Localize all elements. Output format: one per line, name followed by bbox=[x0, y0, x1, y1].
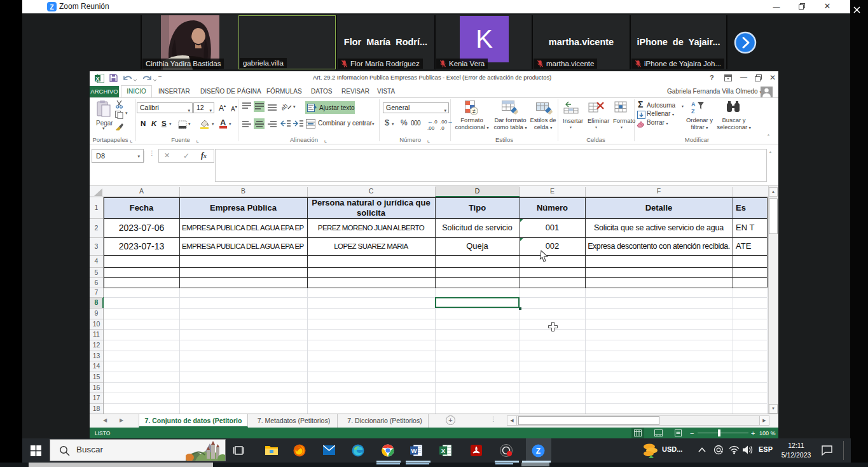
svg-text:Z: Z bbox=[691, 108, 695, 115]
svg-text:ab: ab bbox=[282, 102, 289, 111]
svg-text:≠: ≠ bbox=[472, 108, 476, 115]
svg-text:Z: Z bbox=[50, 4, 53, 11]
svg-text:W: W bbox=[411, 447, 417, 454]
svg-text:X: X bbox=[95, 76, 99, 82]
svg-text:X: X bbox=[441, 447, 446, 454]
svg-text:A: A bbox=[691, 101, 696, 108]
svg-text:Z: Z bbox=[536, 447, 541, 456]
